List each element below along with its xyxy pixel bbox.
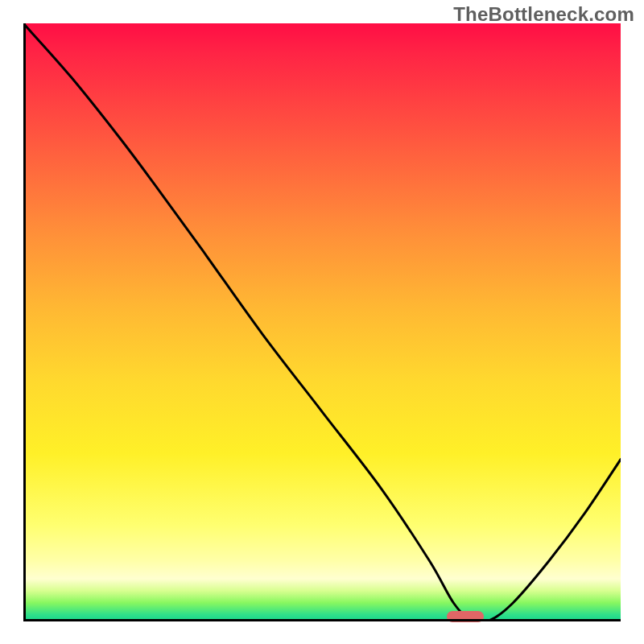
watermark-text: TheBottleneck.com — [453, 3, 634, 26]
bottleneck-curve — [23, 23, 621, 621]
y-axis — [23, 23, 26, 621]
curve-layer — [23, 23, 621, 621]
x-axis — [23, 619, 621, 621]
chart-canvas: TheBottleneck.com — [0, 0, 644, 644]
plot-area — [23, 23, 621, 621]
